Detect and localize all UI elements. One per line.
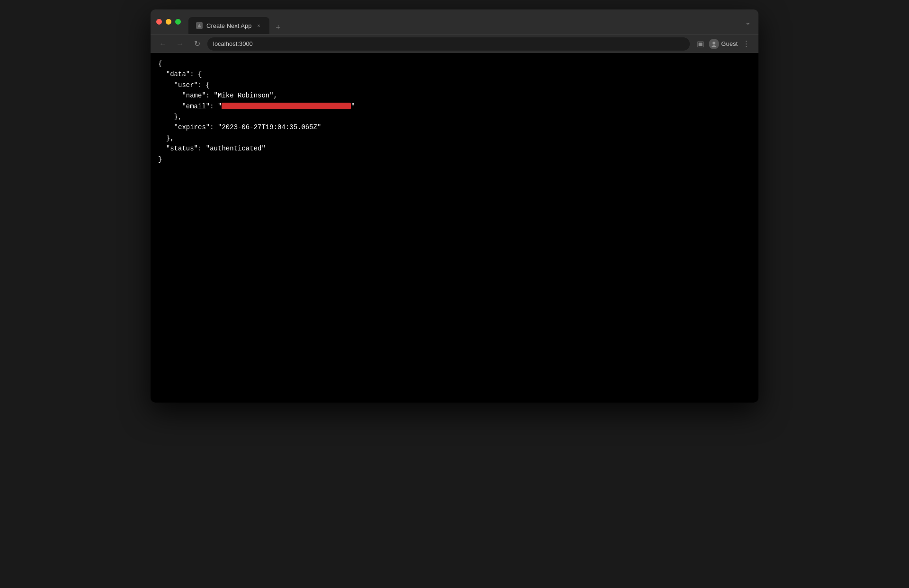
traffic-lights <box>156 19 181 25</box>
json-line-10: } <box>158 154 751 165</box>
guest-account-button[interactable]: Guest <box>709 39 738 49</box>
new-tab-button[interactable]: + <box>271 21 285 34</box>
tab-title: Create Next App <box>206 22 251 29</box>
back-icon: ← <box>159 40 167 48</box>
svg-point-2 <box>712 45 716 47</box>
tab-dropdown-button[interactable]: ⌄ <box>745 18 751 26</box>
reload-icon: ↻ <box>194 39 200 48</box>
tab-close-button[interactable]: × <box>255 22 262 29</box>
json-line-5: "email": " " <box>158 101 751 112</box>
json-line-2: "data": { <box>158 69 751 79</box>
tab-favicon <box>196 22 203 29</box>
json-line-7: "expires": "2023-06-27T19:04:35.065Z" <box>158 122 751 132</box>
json-line-9: "status": "authenticated" <box>158 143 751 154</box>
browser-window: Create Next App × + ⌄ ← → ↻ localhost:30… <box>151 9 758 403</box>
close-button[interactable] <box>156 19 162 25</box>
browser-menu-button[interactable]: ⋮ <box>740 37 753 51</box>
email-key: "email": " <box>158 103 222 110</box>
redacted-email <box>222 103 351 109</box>
maximize-button[interactable] <box>175 19 181 25</box>
nav-right-controls: ▣ Guest ⋮ <box>694 37 753 51</box>
email-end: " <box>351 103 355 110</box>
active-tab[interactable]: Create Next App × <box>188 17 269 34</box>
content-area: { "data": { "user": { "name": "Mike Robi… <box>151 53 758 403</box>
minimize-button[interactable] <box>166 19 171 25</box>
json-line-8: }, <box>158 133 751 143</box>
svg-marker-0 <box>197 24 201 27</box>
json-line-4: "name": "Mike Robinson", <box>158 90 751 101</box>
sidebar-icon: ▣ <box>697 39 704 48</box>
sidebar-toggle-button[interactable]: ▣ <box>694 37 707 51</box>
address-bar[interactable]: localhost:3000 <box>207 37 690 51</box>
svg-point-1 <box>713 42 715 44</box>
json-line-6: }, <box>158 112 751 122</box>
forward-button[interactable]: → <box>173 37 187 51</box>
back-button[interactable]: ← <box>156 37 169 51</box>
menu-icon: ⋮ <box>742 39 750 48</box>
url-display: localhost:3000 <box>213 40 684 47</box>
forward-icon: → <box>176 40 184 48</box>
reload-button[interactable]: ↻ <box>190 37 204 51</box>
json-line-1: { <box>158 59 751 69</box>
title-bar: Create Next App × + ⌄ <box>151 9 758 34</box>
guest-label: Guest <box>721 40 738 47</box>
tabs-area: Create Next App × + <box>188 9 285 34</box>
guest-avatar <box>709 39 719 49</box>
nav-bar: ← → ↻ localhost:3000 ▣ Guest <box>151 34 758 53</box>
json-line-3: "user": { <box>158 80 751 90</box>
